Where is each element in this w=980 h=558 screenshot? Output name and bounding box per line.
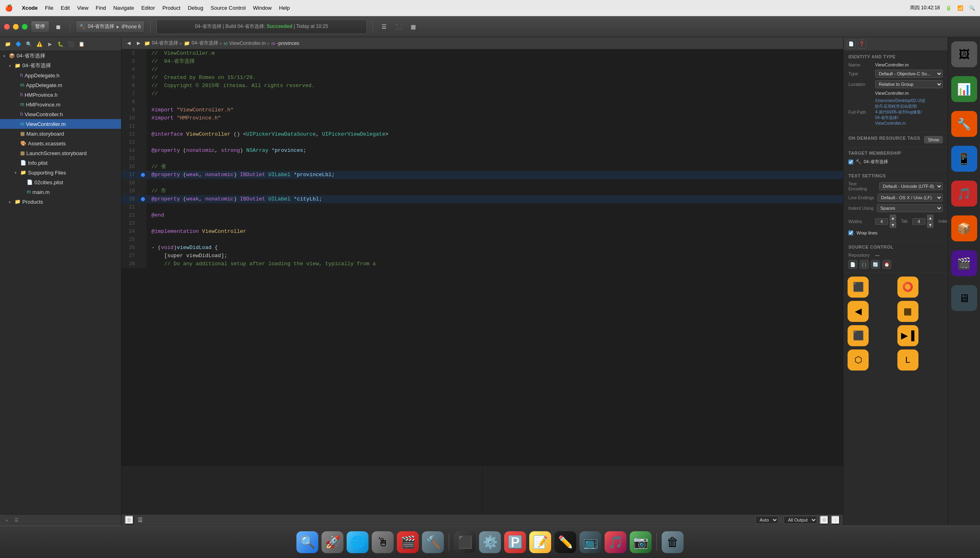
- breadcrumb-item-file[interactable]: m ViewController.m: [224, 40, 266, 46]
- ui-lib-btn-7[interactable]: ⬡: [848, 349, 869, 371]
- ui-lib-btn-1[interactable]: ⬛: [848, 277, 869, 298]
- sc-commit-btn[interactable]: 🔄: [871, 260, 880, 269]
- indent-using-select[interactable]: Spaces: [877, 204, 943, 212]
- type-select[interactable]: Default - Objective-C So...: [875, 70, 943, 78]
- ui-lib-btn-2[interactable]: ⭕: [897, 277, 918, 298]
- menu-find[interactable]: Find: [96, 5, 106, 11]
- scheme-selector[interactable]: 🔨 04-省市选择 ▸ iPhone 6: [76, 21, 145, 33]
- debug-navigator-btn[interactable]: 🐛: [56, 40, 65, 49]
- sc-branch-btn[interactable]: { }: [860, 260, 869, 269]
- minimize-button[interactable]: [13, 24, 19, 30]
- target-checkbox[interactable]: [848, 160, 853, 164]
- ui-lib-btn-5[interactable]: ⬛: [848, 325, 869, 346]
- menu-edit[interactable]: Edit: [61, 5, 70, 11]
- sc-new-file-btn[interactable]: 📄: [848, 260, 857, 269]
- menu-navigate[interactable]: Navigate: [113, 5, 134, 11]
- close-button[interactable]: [4, 24, 10, 30]
- zjl-card[interactable]: 🎬: [951, 250, 977, 276]
- menu-window[interactable]: Window: [253, 5, 272, 11]
- breakpoint-navigator-btn[interactable]: ⬛: [66, 40, 75, 49]
- tree-item-main-m[interactable]: m main.m: [0, 187, 121, 197]
- dock-prefs[interactable]: ⚙️: [479, 531, 501, 553]
- breakpoint-indicator[interactable]: [141, 173, 145, 177]
- menu-file[interactable]: File: [45, 5, 53, 11]
- dock-safari[interactable]: 🌐: [347, 531, 369, 553]
- app2-card[interactable]: 📦: [951, 215, 977, 241]
- search-menu-icon[interactable]: 🔍: [969, 5, 975, 11]
- show-button[interactable]: Show: [924, 136, 943, 143]
- wrap-lines-checkbox[interactable]: [848, 230, 853, 235]
- file-navigator-btn[interactable]: 📁: [3, 40, 12, 49]
- png-card[interactable]: 🖼: [951, 41, 977, 67]
- debug-toggle-btn[interactable]: ⬛: [393, 21, 405, 32]
- tree-item-hmprovince-m[interactable]: m HMProvince.m: [0, 100, 121, 109]
- 13-card[interactable]: 🔧: [951, 111, 977, 137]
- dock-launchpad[interactable]: 🚀: [322, 531, 343, 553]
- auto-select[interactable]: Auto: [755, 516, 778, 524]
- location-select[interactable]: Relative to Group: [875, 80, 943, 88]
- menu-help[interactable]: Help: [279, 5, 290, 11]
- breadcrumb-item-method[interactable]: m -provinces: [271, 40, 299, 46]
- dock-notes[interactable]: 📝: [529, 531, 551, 553]
- clear-output-btn[interactable]: 🗑: [125, 515, 134, 524]
- output-settings-btn[interactable]: ⚙: [820, 515, 829, 524]
- dock-apple-tv[interactable]: 📺: [579, 531, 601, 553]
- apple-menu[interactable]: 🍎: [5, 4, 13, 12]
- add-file-btn[interactable]: +: [3, 517, 11, 524]
- ksi-card[interactable]: 🎵: [951, 181, 977, 207]
- indent-down-btn[interactable]: ▼: [927, 221, 933, 228]
- dock-trash[interactable]: 🗑: [662, 531, 684, 553]
- inspector-file-btn[interactable]: 📄: [847, 40, 856, 49]
- symbol-navigator-btn[interactable]: 🔷: [14, 40, 23, 49]
- filter-btn[interactable]: ☰: [13, 517, 20, 524]
- inspector-quick-help-btn[interactable]: ❓: [857, 40, 866, 49]
- menu-editor[interactable]: Editor: [141, 5, 155, 11]
- breadcrumb-item-root[interactable]: 📁 04-省市选择: [144, 40, 178, 47]
- tree-item-appdelegate-h[interactable]: h AppDelegate.h: [0, 70, 121, 80]
- text-encoding-select[interactable]: Default - Unicode (UTF-8): [879, 182, 943, 190]
- stop-button[interactable]: ◼: [53, 21, 64, 32]
- tree-item-assets[interactable]: 🎨 Assets.xcassets: [0, 138, 121, 148]
- dock-mouse[interactable]: 🖱: [372, 531, 394, 553]
- dock-terminal[interactable]: ⬛: [454, 531, 476, 553]
- tree-item-root[interactable]: ▾ 📦 04-省市选择: [0, 51, 121, 61]
- dock-video[interactable]: 🎬: [397, 531, 419, 553]
- dock-p-app[interactable]: 🅿️: [504, 531, 526, 553]
- ui-lib-btn-8[interactable]: L: [897, 349, 918, 371]
- maximize-button[interactable]: [22, 24, 28, 30]
- menu-view[interactable]: View: [77, 5, 88, 11]
- test-navigator-btn[interactable]: ▶: [45, 40, 54, 49]
- dock-finder[interactable]: 🔍: [296, 531, 318, 553]
- tree-item-supporting-files[interactable]: ▾ 📁 Supporting Files: [0, 168, 121, 177]
- report-navigator-btn[interactable]: 📋: [77, 40, 86, 49]
- ios-card[interactable]: 📱: [951, 146, 977, 172]
- pause-button[interactable]: 暂停: [31, 21, 49, 33]
- ui-lib-btn-3[interactable]: ◀: [848, 301, 869, 322]
- dock-qr[interactable]: 📷: [630, 531, 652, 553]
- dock-textmate[interactable]: ✏️: [554, 531, 576, 553]
- breadcrumb-item-sub[interactable]: 📁 04-省市选择: [184, 40, 218, 47]
- tree-item-hmprovince-h[interactable]: h HMProvince.h: [0, 90, 121, 100]
- tree-item-launchscreen[interactable]: ▦ LaunchScreen.storyboard: [0, 148, 121, 158]
- tree-item-viewcontroller-h[interactable]: h ViewController.h: [0, 109, 121, 119]
- tree-item-subroot[interactable]: ▾ 📁 04-省市选择: [0, 61, 121, 70]
- ui-lib-btn-6[interactable]: ▶▐: [897, 325, 918, 346]
- line-endings-select[interactable]: Default - OS X / Unix (LF): [878, 194, 943, 202]
- desktop-card[interactable]: 🖥: [951, 285, 977, 311]
- inspector-toggle-btn[interactable]: ▦: [408, 21, 419, 32]
- menu-source-control[interactable]: Source Control: [211, 5, 246, 11]
- tab-down-btn[interactable]: ▼: [890, 221, 896, 228]
- dock-music[interactable]: 🎵: [605, 531, 626, 553]
- navigator-toggle-btn[interactable]: ☰: [379, 21, 390, 32]
- issue-navigator-btn[interactable]: ⚠️: [35, 40, 44, 49]
- tree-item-info-plist[interactable]: 📄 Info.plist: [0, 158, 121, 168]
- dock-dev-tools[interactable]: 🔨: [422, 531, 444, 553]
- menu-product[interactable]: Product: [162, 5, 181, 11]
- all-output-select[interactable]: All Output: [784, 516, 817, 524]
- indent-up-btn[interactable]: ▲: [927, 215, 933, 221]
- tab-value[interactable]: [875, 218, 888, 225]
- tab-up-btn[interactable]: ▲: [890, 215, 896, 221]
- indent-value[interactable]: [912, 218, 925, 225]
- find-navigator-btn[interactable]: 🔍: [24, 40, 33, 49]
- menu-xcode[interactable]: Xcode: [22, 5, 38, 11]
